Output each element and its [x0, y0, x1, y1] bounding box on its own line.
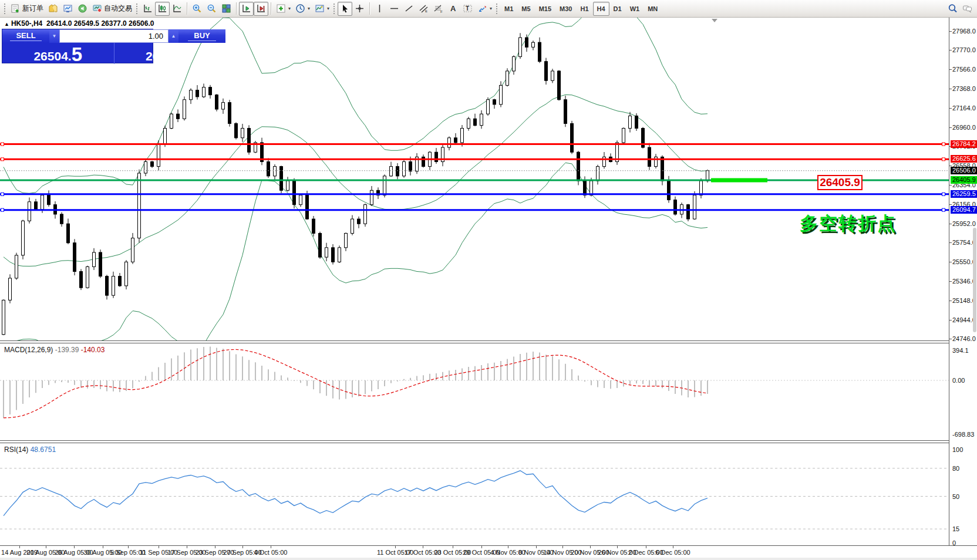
text-button[interactable]: A	[446, 2, 460, 16]
trendline-button[interactable]	[402, 2, 416, 16]
date-tick	[481, 546, 482, 548]
date-axis-label: 6 Dec 05:00	[655, 549, 690, 556]
price-axis-label: 24944.0	[952, 316, 976, 323]
toolbar-separator	[271, 2, 271, 15]
crosshair-button[interactable]	[352, 2, 367, 16]
trendline-icon	[404, 4, 414, 14]
date-tick	[271, 546, 271, 548]
new-order-button[interactable]: 新订单	[8, 2, 46, 16]
vertical-line-button[interactable]	[372, 2, 387, 16]
svg-text:E: E	[425, 9, 427, 13]
line-handle[interactable]	[1, 193, 4, 195]
timeframe-w1-button[interactable]: W1	[626, 2, 644, 16]
collapse-triangle-icon[interactable]: ▲	[4, 21, 9, 27]
fibonacci-button[interactable]: F	[431, 2, 446, 16]
chevron-down-icon[interactable]: ▾	[308, 6, 310, 11]
timeframe-mn-button[interactable]: MN	[644, 2, 662, 16]
macd-axis-label: 394.1	[952, 347, 969, 354]
trading-terminal: 新订单自动交易▾▾▾EFAT▾M1M5M15M30H1H4D1W1MN 2796…	[0, 0, 977, 560]
timeframe-m15-button[interactable]: M15	[535, 2, 555, 16]
date-tick	[187, 546, 187, 548]
sounds-button[interactable]	[75, 2, 90, 16]
zoom-in-button[interactable]	[190, 2, 204, 16]
search-icon	[948, 4, 958, 14]
bar-chart-button[interactable]	[140, 2, 155, 16]
indicators-button[interactable]: ▾	[274, 2, 293, 16]
line-handle[interactable]	[1, 208, 4, 211]
horizontal-line-button[interactable]	[387, 2, 402, 16]
turning-point-annotation[interactable]: 多空转折点	[800, 211, 897, 236]
date-tick	[242, 546, 243, 548]
level-price-label: 26784.2	[951, 140, 977, 148]
timeframe-h4-button[interactable]: H4	[593, 2, 609, 16]
rsi-axis-label: 50	[952, 493, 959, 500]
chart-shift-button[interactable]	[254, 2, 268, 16]
tile-windows-icon	[221, 4, 231, 14]
price-axis-label: 27164.0	[952, 104, 976, 112]
axis-tick	[949, 320, 952, 321]
chart-shift-marker-icon[interactable]	[712, 19, 717, 22]
axis-tick	[949, 31, 952, 32]
price-annotation-box[interactable]: 26405.9	[817, 175, 863, 190]
chevron-down-icon[interactable]: ▾	[327, 6, 329, 11]
toolbar-grip[interactable]	[333, 3, 335, 15]
line-handle[interactable]	[942, 208, 945, 211]
chevron-down-icon[interactable]: ▾	[490, 6, 492, 11]
timeframe-d1-button[interactable]: D1	[609, 2, 626, 16]
buy-button[interactable]: BUY	[178, 29, 225, 43]
candlestick-chart-button[interactable]	[155, 2, 170, 16]
arrows-button[interactable]: ▾	[475, 2, 494, 16]
arrows-icon	[477, 4, 487, 14]
timeframe-m30-button[interactable]: M30	[555, 2, 576, 16]
equidistant-channel-button[interactable]: E	[416, 2, 431, 16]
macd-signal-line	[4, 349, 708, 417]
sell-button[interactable]: SELL	[2, 29, 49, 43]
toolbar-grip[interactable]	[136, 3, 138, 15]
templates-button[interactable]: ▾	[312, 2, 332, 16]
price-axis-label: 24746.0	[952, 335, 976, 342]
line-chart-button[interactable]	[170, 2, 184, 16]
sell-price[interactable]: 26504.5	[2, 43, 114, 64]
periods-button[interactable]: ▾	[293, 2, 312, 16]
date-tick	[19, 546, 20, 548]
label-icon: T	[463, 4, 473, 14]
price-axis-label: 25550.0	[952, 258, 976, 265]
symbol-period-label: HK50-,H4	[11, 19, 42, 28]
date-tick	[590, 546, 591, 548]
search-button[interactable]	[945, 2, 960, 16]
cursor-button[interactable]	[338, 2, 352, 16]
auto-scroll-button[interactable]	[239, 2, 254, 16]
line-handle[interactable]	[942, 158, 945, 161]
timeframe-m5-button[interactable]: M5	[517, 2, 534, 16]
buy-price[interactable]: 26520.5	[114, 43, 226, 64]
volume-decrease-button[interactable]: ▼	[49, 29, 59, 43]
profiles-button[interactable]	[46, 2, 60, 16]
toolbar-grip[interactable]	[4, 3, 6, 15]
tile-windows-button[interactable]	[219, 2, 234, 16]
line-handle[interactable]	[1, 143, 4, 146]
date-tick	[617, 546, 618, 548]
button-label: H1	[580, 5, 588, 12]
button-label: MN	[648, 5, 658, 12]
zoom-out-button[interactable]	[204, 2, 219, 16]
line-handle[interactable]	[942, 193, 945, 195]
toolbar-grip[interactable]	[496, 3, 498, 15]
chat-icon	[962, 4, 972, 14]
chat-button[interactable]	[960, 2, 975, 16]
autotrading-button[interactable]: 自动交易	[90, 2, 134, 16]
timeframe-h1-button[interactable]: H1	[576, 2, 592, 16]
rsi-panel	[0, 443, 949, 545]
market-watch-button[interactable]	[60, 2, 75, 16]
line-handle[interactable]	[942, 143, 945, 146]
volume-increase-button[interactable]: ▲	[169, 29, 178, 43]
date-tick	[453, 546, 453, 548]
line-handle[interactable]	[1, 158, 4, 161]
volume-input[interactable]	[59, 29, 169, 43]
timeframe-m1-button[interactable]: M1	[500, 2, 517, 16]
one-click-trading-panel: SELL ▼ ▲ BUY 26504.5 26520.5	[2, 29, 153, 63]
date-axis[interactable]: 14 Aug 201920 Aug 05:0026 Aug 05:0030 Au…	[0, 545, 977, 558]
vertical-scrollbar[interactable]	[973, 228, 976, 332]
chevron-down-icon[interactable]: ▾	[288, 6, 291, 11]
new-order-icon	[11, 4, 21, 14]
text-label-button[interactable]: T	[460, 2, 475, 16]
